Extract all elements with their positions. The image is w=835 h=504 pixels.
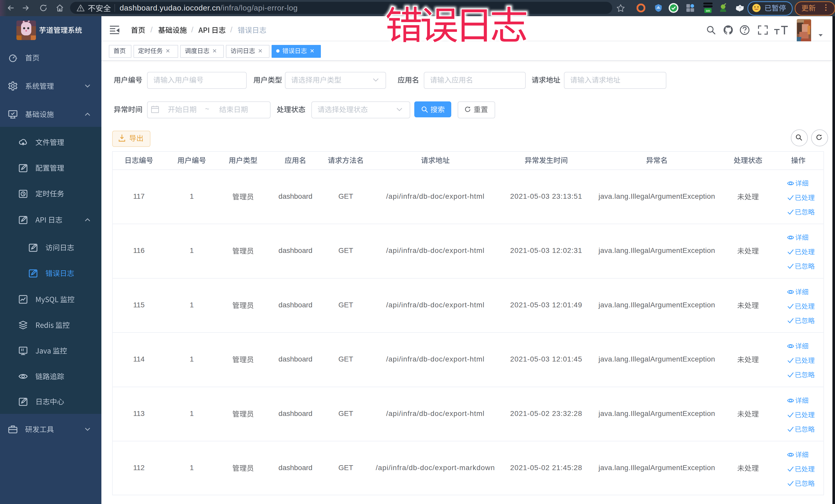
svg-text:on: on	[706, 9, 710, 13]
